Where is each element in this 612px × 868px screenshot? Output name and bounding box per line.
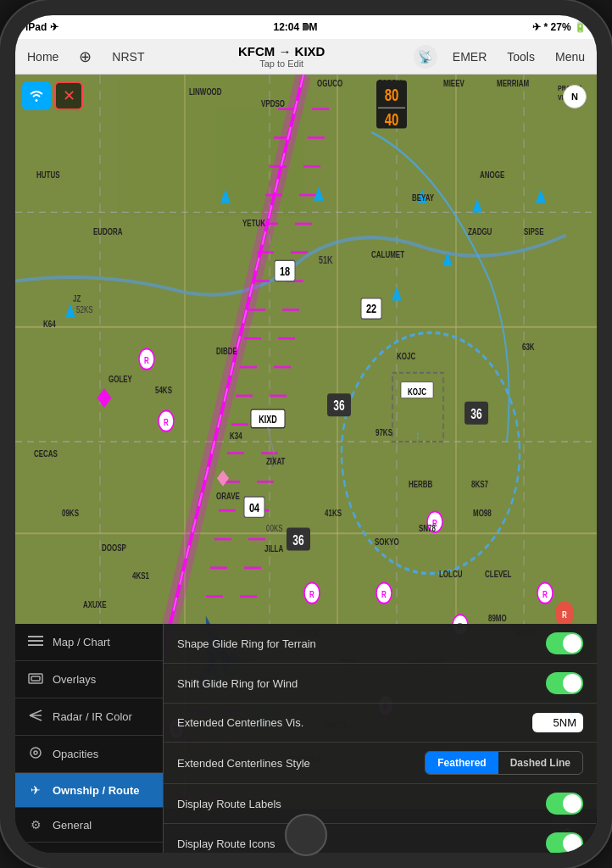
svg-text:R: R xyxy=(309,589,314,600)
wifi-icon[interactable] xyxy=(22,81,51,110)
general-label: General xyxy=(53,819,92,832)
display-route-labels-row: Display Route Labels xyxy=(164,784,597,824)
svg-text:63K: 63K xyxy=(522,342,535,353)
svg-text:ORAVE: ORAVE xyxy=(216,490,240,501)
svg-text:VPDSO: VPDSO xyxy=(261,98,285,109)
extended-centerlines-style-label: Extended Centerlines Style xyxy=(177,757,425,770)
display-route-labels-label: Display Route Labels xyxy=(177,798,546,810)
display-route-icons-row: Display Route Icons xyxy=(164,824,597,853)
svg-text:36: 36 xyxy=(292,532,303,548)
svg-text:AXUXE: AXUXE xyxy=(83,599,107,610)
gps-icon[interactable]: 📡 xyxy=(414,45,437,69)
dashed-line-button[interactable]: Dashed Line xyxy=(498,752,582,774)
svg-text:ANOGE: ANOGE xyxy=(480,170,504,181)
device-screen: iPad ✈ 12:04 PM ✈ * 27% 🔋 Home ⊕ NRST KF… xyxy=(15,15,597,853)
svg-text:54KS: 54KS xyxy=(155,385,172,396)
svg-text:YETUK: YETUK xyxy=(242,217,265,228)
sidebar-item-ownship[interactable]: ✈ Ownship / Route xyxy=(15,773,163,808)
display-route-icons-toggle[interactable] xyxy=(546,832,583,853)
svg-text:R: R xyxy=(164,417,169,428)
svg-text:36: 36 xyxy=(333,398,344,414)
shift-glide-ring-toggle[interactable] xyxy=(546,672,583,694)
extended-centerlines-vis-label: Extended Centerlines Vis. xyxy=(177,716,532,729)
svg-text:MIEEV: MIEEV xyxy=(443,77,465,88)
svg-text:KOJC: KOJC xyxy=(397,350,415,361)
drone-x-icon[interactable]: ✕ xyxy=(54,81,83,110)
svg-text:K34: K34 xyxy=(230,431,242,442)
svg-text:04: 04 xyxy=(249,500,260,515)
svg-text:OGUCO: OGUCO xyxy=(317,77,342,88)
sidebar-item-radar[interactable]: Radar / IR Color xyxy=(15,698,163,736)
radar-label: Radar / IR Color xyxy=(53,710,132,723)
opacities-icon xyxy=(27,746,44,762)
nav-bar: Home ⊕ NRST KFCM → KIXD Tap to Edit 📡 EM… xyxy=(15,39,597,75)
emer-button[interactable]: EMER xyxy=(448,47,492,67)
svg-text:ZADGU: ZADGU xyxy=(468,226,492,237)
ownship-icon: ✈ xyxy=(27,783,44,797)
settings-sidebar: Map / Chart Overlays xyxy=(15,624,164,853)
home-button[interactable] xyxy=(285,814,327,856)
svg-text:ZIXAT: ZIXAT xyxy=(266,456,286,467)
general-icon: ⚙ xyxy=(27,818,44,832)
home-button[interactable]: Home xyxy=(22,47,64,67)
svg-text:MO98: MO98 xyxy=(473,508,492,519)
shape-glide-ring-row: Shape Glide Ring for Terrain xyxy=(164,624,597,664)
map-chart-icon xyxy=(27,634,44,650)
shape-glide-ring-label: Shape Glide Ring for Terrain xyxy=(177,637,546,650)
device-frame: iPad ✈ 12:04 PM ✈ * 27% 🔋 Home ⊕ NRST KF… xyxy=(0,0,612,868)
shape-glide-ring-toggle[interactable] xyxy=(546,632,583,654)
svg-text:LOLCU: LOLCU xyxy=(439,568,463,579)
svg-rect-191 xyxy=(31,676,40,681)
svg-text:41KS: 41KS xyxy=(325,508,342,519)
svg-text:CECAS: CECAS xyxy=(34,448,58,459)
shift-glide-ring-label: Shift Glide Ring for Wind xyxy=(177,677,546,690)
svg-text:SN78: SN78 xyxy=(419,522,436,533)
svg-text:51K: 51K xyxy=(319,254,333,266)
route-title: KFCM → KIXD xyxy=(238,44,325,58)
sidebar-item-general[interactable]: ⚙ General xyxy=(15,808,163,843)
svg-text:00KS: 00KS xyxy=(266,522,283,533)
tap-to-edit[interactable]: Tap to Edit xyxy=(259,58,303,69)
svg-point-193 xyxy=(34,751,37,754)
svg-text:22: 22 xyxy=(366,302,376,316)
north-label: N xyxy=(571,92,578,102)
extended-centerlines-style-row: Extended Centerlines Style Feathered Das… xyxy=(164,743,597,784)
display-route-labels-toggle[interactable] xyxy=(546,793,583,815)
status-time: 12:04 PM xyxy=(273,21,317,33)
svg-text:R: R xyxy=(562,609,567,620)
ipad-label: iPad ✈ xyxy=(25,21,58,33)
feathered-button[interactable]: Feathered xyxy=(426,752,498,774)
shift-glide-ring-row: Shift Glide Ring for Wind xyxy=(164,664,597,704)
svg-text:R: R xyxy=(381,589,387,600)
svg-text:R: R xyxy=(144,355,149,366)
svg-rect-187 xyxy=(28,636,43,637)
display-route-icons-label: Display Route Icons xyxy=(177,837,546,850)
svg-text:BEYAY: BEYAY xyxy=(412,192,435,203)
svg-text:89MO: 89MO xyxy=(488,613,507,624)
sidebar-item-map-chart[interactable]: Map / Chart xyxy=(15,624,163,661)
settings-content: Shape Glide Ring for Terrain Shift Glide… xyxy=(164,624,597,853)
svg-text:ZODPU: ZODPU xyxy=(378,77,402,88)
svg-text:JILLA: JILLA xyxy=(264,543,283,554)
nrst-button[interactable]: NRST xyxy=(107,47,149,67)
status-right: ✈ * 27% 🔋 xyxy=(532,21,587,33)
svg-text:36: 36 xyxy=(470,406,481,421)
svg-text:KIXD: KIXD xyxy=(259,414,277,426)
svg-text:MERRIAM: MERRIAM xyxy=(497,77,529,88)
svg-text:DOOSP: DOOSP xyxy=(102,542,126,553)
svg-text:97KS: 97KS xyxy=(376,427,392,438)
menu-button[interactable]: Menu xyxy=(550,47,590,67)
top-left-icons: ✕ xyxy=(22,81,83,110)
svg-rect-188 xyxy=(28,640,43,642)
map-chart-label: Map / Chart xyxy=(53,636,110,648)
battery-info: ✈ * 27% 🔋 xyxy=(532,21,587,33)
sidebar-item-overlays[interactable]: Overlays xyxy=(15,661,163,698)
extended-centerlines-vis-input[interactable] xyxy=(532,713,583,732)
direct-button[interactable]: ⊕ xyxy=(74,44,97,70)
sidebar-item-opacities[interactable]: Opacities xyxy=(15,736,163,773)
svg-text:52KS: 52KS xyxy=(76,304,93,315)
svg-text:HUTUS: HUTUS xyxy=(36,170,60,181)
ownship-label: Ownship / Route xyxy=(53,784,140,797)
tools-button[interactable]: Tools xyxy=(502,47,540,67)
nav-right: 📡 EMER Tools Menu xyxy=(414,45,590,69)
